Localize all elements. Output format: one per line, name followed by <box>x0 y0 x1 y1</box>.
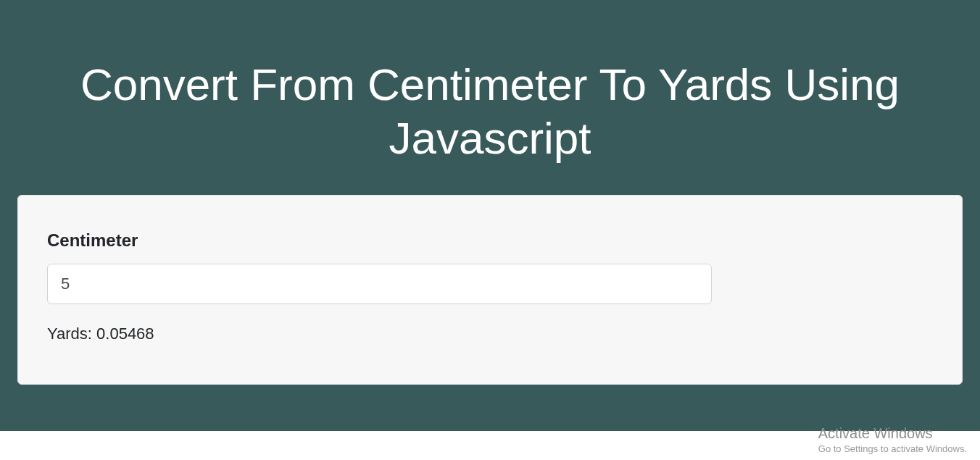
page-container: Convert From Centimeter To Yards Using J… <box>0 0 980 431</box>
watermark-subtitle: Go to Settings to activate Windows. <box>818 443 967 454</box>
converter-card: Centimeter Yards: 0.05468 <box>17 195 963 385</box>
centimeter-label: Centimeter <box>47 230 933 251</box>
yards-result: Yards: 0.05468 <box>47 325 933 343</box>
centimeter-input[interactable] <box>47 264 712 304</box>
page-title: Convert From Centimeter To Yards Using J… <box>17 0 963 195</box>
